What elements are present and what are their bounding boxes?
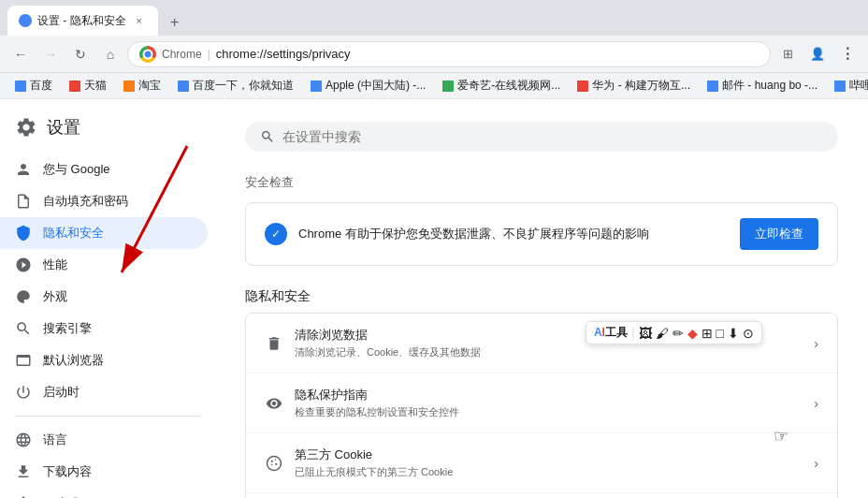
- settings-item-privacy-guide[interactable]: 隐私保护指南 检查重要的隐私控制设置和安全控件 ›: [246, 374, 837, 433]
- bookmark-tianmao-icon: [69, 81, 80, 92]
- sidebar-item-language[interactable]: 语言: [0, 424, 208, 456]
- sidebar: 设置 您与 Google 自动填充和密码: [0, 99, 215, 498]
- ai-toolbar: AI工具 | 🖼 🖌 ✏ ◆ ⊞ □ ⬇ ⊙: [586, 321, 762, 344]
- nav-bar: ← → ↻ ⌂ Chrome | chrome://settings/priva…: [0, 36, 868, 73]
- bookmark-email-icon: [707, 81, 718, 92]
- sidebar-divider: [15, 416, 200, 417]
- arrow-icon-privacy-guide: ›: [814, 396, 818, 411]
- bookmark-huawei[interactable]: 华为 - 构建万物互...: [570, 76, 698, 95]
- sidebar-item-downloads[interactable]: 下载内容: [0, 456, 208, 488]
- bookmark-baidu[interactable]: 百度: [7, 76, 60, 95]
- sidebar-item-appearance-label: 外观: [43, 288, 67, 305]
- privacy-settings-list: 清除浏览数据 清除浏览记录、Cookie、缓存及其他数据 AI工具 | 🖼 🖌 …: [245, 313, 838, 498]
- ai-tool-circle[interactable]: ⊙: [743, 326, 754, 341]
- safety-check-icon: ✓: [265, 223, 287, 245]
- bookmark-huawei-icon: [577, 81, 588, 92]
- bookmark-email-label: 邮件 - huang bo -...: [722, 78, 817, 94]
- page-content-wrapper: 设置 您与 Google 自动填充和密码: [0, 99, 868, 498]
- settings-title: 设置: [47, 116, 80, 139]
- bookmark-huawei-label: 华为 - 构建万物互...: [592, 78, 690, 94]
- forward-button[interactable]: →: [37, 41, 64, 67]
- ai-tool-diamond[interactable]: ◆: [687, 326, 698, 341]
- bookmark-bilibili-label: 哔哩哔哩 (゜-゜)つ...: [849, 78, 868, 94]
- safety-check-card: ✓ Chrome 有助于保护您免受数据泄露、不良扩展程序等问题的影响 立即检查: [245, 202, 838, 266]
- ai-tool-brush[interactable]: 🖌: [656, 326, 669, 341]
- main-layout: 设置 您与 Google 自动填充和密码: [0, 99, 868, 498]
- sidebar-item-autofill[interactable]: 自动填充和密码: [0, 185, 208, 217]
- back-button[interactable]: ←: [7, 41, 34, 67]
- settings-item-clear-browsing[interactable]: 清除浏览数据 清除浏览记录、Cookie、缓存及其他数据 AI工具 | 🖼 🖌 …: [246, 314, 837, 374]
- settings-item-cookies-title: 第三方 Cookie: [295, 447, 803, 463]
- ai-tool-eraser[interactable]: ✏: [673, 326, 684, 341]
- sidebar-item-google[interactable]: 您与 Google: [0, 154, 208, 185]
- sidebar-item-privacy[interactable]: 隐私和安全: [0, 217, 208, 249]
- search-bar[interactable]: [245, 122, 838, 152]
- eye-icon: [265, 394, 283, 413]
- extensions-button[interactable]: ⊞: [774, 41, 801, 67]
- tab-title: 设置 - 隐私和安全: [37, 13, 126, 29]
- tab-close-button[interactable]: ×: [132, 13, 147, 28]
- bookmark-baidu-icon: [15, 81, 26, 92]
- refresh-button[interactable]: ↻: [67, 41, 94, 67]
- bookmark-baidu-search[interactable]: 百度一下，你就知道: [170, 76, 301, 95]
- sidebar-item-performance-label: 性能: [43, 256, 67, 273]
- sidebar-item-browser[interactable]: 默认浏览器: [0, 344, 208, 376]
- sidebar-item-startup-label: 启动时: [43, 384, 80, 401]
- sidebar-item-privacy-label: 隐私和安全: [43, 225, 104, 242]
- bookmark-taobao[interactable]: 淘宝: [116, 76, 168, 95]
- address-text: chrome://settings/privacy: [216, 47, 759, 61]
- sidebar-item-accessibility[interactable]: 无障碍: [0, 488, 208, 498]
- download-icon: [15, 463, 32, 480]
- safety-check-button[interactable]: 立即检查: [740, 218, 818, 250]
- new-tab-button[interactable]: +: [162, 9, 188, 36]
- bookmark-iqiyi-label: 爱奇艺-在线视频网...: [457, 78, 560, 94]
- bookmark-bilibili[interactable]: 哔哩哔哩 (゜-゜)つ...: [827, 76, 868, 95]
- ai-toolbar-label: AI工具: [594, 325, 628, 341]
- sidebar-item-google-label: 您与 Google: [43, 161, 110, 178]
- bookmark-email[interactable]: 邮件 - huang bo -...: [700, 76, 825, 95]
- bookmarks-bar: 百度 天猫 淘宝 百度一下，你就知道 Apple (中国大陆) -... 爱奇艺…: [0, 73, 868, 99]
- sidebar-item-startup[interactable]: 启动时: [0, 376, 208, 408]
- sidebar-item-autofill-label: 自动填充和密码: [43, 193, 128, 210]
- settings-item-cookies-desc: 已阻止无痕模式下的第三方 Cookie: [295, 465, 803, 479]
- ai-tool-square[interactable]: □: [716, 326, 724, 341]
- main-content: 安全检查 ✓ Chrome 有助于保护您免受数据泄露、不良扩展程序等问题的影响 …: [215, 99, 868, 498]
- chrome-logo-icon: [139, 46, 156, 63]
- power-icon: [15, 384, 32, 401]
- safety-check-section-title: 安全检查: [245, 174, 838, 191]
- bookmark-iqiyi[interactable]: 爱奇艺-在线视频网...: [435, 76, 568, 95]
- sidebar-item-search[interactable]: 搜索引擎: [0, 313, 208, 344]
- home-button[interactable]: ⌂: [97, 41, 123, 67]
- active-tab[interactable]: 设置 - 隐私和安全 ×: [7, 6, 158, 36]
- safety-check-text: Chrome 有助于保护您免受数据泄露、不良扩展程序等问题的影响: [298, 226, 729, 242]
- sidebar-item-language-label: 语言: [43, 432, 67, 448]
- settings-item-privacy-guide-desc: 检查重要的隐私控制设置和安全控件: [295, 405, 803, 419]
- bookmark-baidu-search-label: 百度一下，你就知道: [193, 78, 294, 94]
- bookmark-apple[interactable]: Apple (中国大陆) -...: [303, 76, 433, 95]
- ai-tool-crop[interactable]: ⊞: [702, 326, 713, 341]
- profile-button[interactable]: 👤: [804, 41, 831, 67]
- settings-logo-icon: [15, 116, 37, 139]
- settings-item-third-party-cookies[interactable]: 第三方 Cookie 已阻止无痕模式下的第三方 Cookie ›: [246, 433, 837, 493]
- address-bar[interactable]: Chrome | chrome://settings/privacy: [127, 41, 771, 67]
- search-input[interactable]: [282, 129, 823, 144]
- svg-point-3: [275, 462, 277, 464]
- search-icon: [15, 320, 32, 337]
- browser-icon: [15, 352, 32, 369]
- ai-tool-download[interactable]: ⬇: [728, 326, 739, 341]
- bookmark-tianmao[interactable]: 天猫: [62, 76, 114, 95]
- sidebar-item-performance[interactable]: 性能: [0, 249, 208, 281]
- globe-icon: [15, 432, 32, 448]
- person-icon: [15, 161, 32, 178]
- shield-icon: [15, 225, 32, 242]
- privacy-section-title: 隐私和安全: [245, 288, 838, 305]
- sidebar-item-appearance[interactable]: 外观: [0, 281, 208, 313]
- ai-tool-image[interactable]: 🖼: [639, 326, 652, 341]
- sidebar-item-search-label: 搜索引擎: [43, 320, 92, 337]
- trash-icon: [265, 334, 283, 353]
- arrow-icon-clear: ›: [814, 336, 818, 351]
- bookmark-apple-label: Apple (中国大陆) -...: [326, 78, 426, 94]
- settings-item-privacy-guide-title: 隐私保护指南: [295, 387, 803, 403]
- settings-item-ad-privacy[interactable]: 广告隐私设置 自定义是让网站使用什么信息向您展示广告 ›: [246, 493, 837, 498]
- menu-button[interactable]: ⋮: [834, 41, 861, 67]
